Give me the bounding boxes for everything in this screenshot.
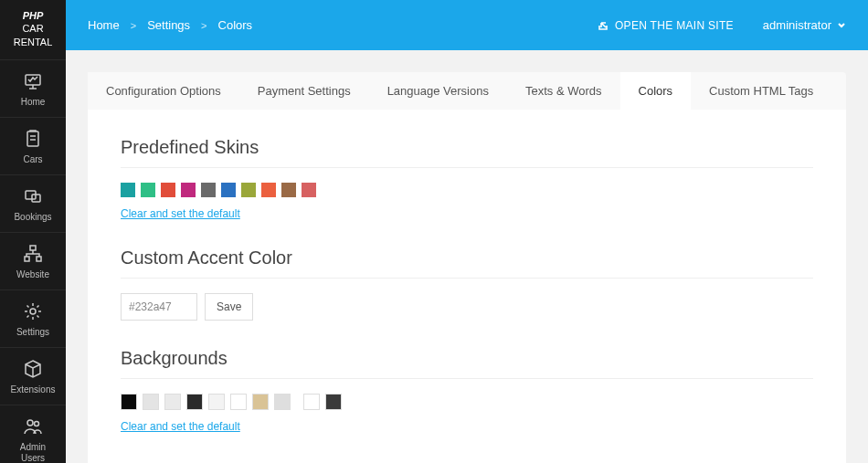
external-link-icon bbox=[598, 19, 609, 31]
breadcrumb-sep: > bbox=[201, 20, 206, 31]
bg-swatch[interactable] bbox=[164, 394, 181, 410]
tabs: Configuration Options Payment Settings L… bbox=[88, 72, 846, 110]
skin-swatch[interactable] bbox=[281, 183, 296, 197]
svg-rect-1 bbox=[27, 132, 38, 146]
breadcrumb-home[interactable]: Home bbox=[88, 18, 120, 32]
skins-swatches bbox=[121, 183, 813, 197]
save-button[interactable]: Save bbox=[205, 293, 253, 321]
skin-swatch[interactable] bbox=[302, 183, 316, 197]
breadcrumb-current: Colors bbox=[218, 18, 253, 32]
svg-point-9 bbox=[35, 421, 39, 426]
bg-swatch[interactable] bbox=[252, 394, 269, 410]
skins-reset-link[interactable]: Clear and set the default bbox=[121, 207, 240, 220]
panel: Predefined Skins Clear and bbox=[88, 110, 846, 463]
section-accent: Custom Accent Color Save bbox=[121, 247, 813, 321]
svg-rect-6 bbox=[37, 257, 41, 261]
skin-swatch[interactable] bbox=[121, 183, 135, 197]
accent-title: Custom Accent Color bbox=[121, 247, 813, 268]
content: Configuration Options Payment Settings L… bbox=[66, 50, 868, 463]
logo: PHP CAR RENTAL bbox=[0, 0, 66, 60]
screens-icon bbox=[23, 186, 43, 206]
logo-line1: PHP bbox=[4, 9, 62, 22]
open-main-site-link[interactable]: OPEN THE MAIN SITE bbox=[598, 19, 734, 32]
tab-texts-words[interactable]: Texts & Words bbox=[507, 72, 620, 110]
main: Home > Settings > Colors OPEN THE MAIN S… bbox=[66, 0, 868, 463]
nav-label: Home bbox=[21, 97, 46, 108]
skin-swatch[interactable] bbox=[221, 183, 236, 197]
tab-custom-html-tags[interactable]: Custom HTML Tags bbox=[691, 72, 831, 110]
nav-home[interactable]: Home bbox=[0, 60, 66, 118]
skin-swatch[interactable] bbox=[161, 183, 175, 197]
nav-extensions[interactable]: Extensions bbox=[0, 348, 66, 405]
backgrounds-reset-link[interactable]: Clear and set the default bbox=[121, 420, 240, 433]
tab-configuration-options[interactable]: Configuration Options bbox=[88, 72, 239, 110]
bg-swatch[interactable] bbox=[143, 394, 159, 410]
nav-website[interactable]: Website bbox=[0, 233, 66, 290]
bg-swatch[interactable] bbox=[274, 394, 291, 410]
gear-icon bbox=[23, 301, 43, 321]
svg-point-8 bbox=[27, 420, 33, 426]
breadcrumb-settings[interactable]: Settings bbox=[147, 18, 190, 32]
user-menu[interactable]: administrator bbox=[763, 18, 846, 32]
tab-colors[interactable]: Colors bbox=[620, 72, 692, 110]
svg-rect-0 bbox=[26, 75, 40, 85]
nav-label: Extensions bbox=[11, 384, 56, 395]
tab-language-versions[interactable]: Language Versions bbox=[369, 72, 507, 110]
nav-admin-users[interactable]: Admin Users bbox=[0, 405, 66, 463]
nav-label: Cars bbox=[23, 154, 42, 165]
bg-swatch[interactable] bbox=[303, 394, 320, 410]
section-backgrounds: Backgrounds Clear and set t bbox=[121, 348, 813, 433]
chevron-down-icon bbox=[837, 21, 846, 30]
nav-bookings[interactable]: Bookings bbox=[0, 175, 66, 233]
sidebar: PHP CAR RENTAL Home Cars Bookings Websit… bbox=[0, 0, 66, 463]
nav-label: Bookings bbox=[14, 212, 51, 223]
section-skins: Predefined Skins Clear and bbox=[121, 137, 813, 220]
backgrounds-title: Backgrounds bbox=[121, 348, 813, 369]
logo-line2: CAR bbox=[4, 22, 62, 35]
user-label: administrator bbox=[763, 18, 831, 32]
skin-swatch[interactable] bbox=[141, 183, 155, 197]
bg-swatch[interactable] bbox=[325, 394, 342, 410]
divider bbox=[121, 378, 813, 379]
open-site-label: OPEN THE MAIN SITE bbox=[615, 19, 734, 32]
nav-label: Website bbox=[16, 269, 49, 280]
breadcrumb: Home > Settings > Colors bbox=[88, 18, 252, 32]
logo-line3: RENTAL bbox=[4, 36, 62, 48]
bg-swatch[interactable] bbox=[186, 394, 203, 410]
bg-swatch[interactable] bbox=[121, 394, 137, 410]
sitemap-icon bbox=[23, 244, 43, 264]
nav-cars[interactable]: Cars bbox=[0, 118, 66, 175]
skin-swatch[interactable] bbox=[261, 183, 276, 197]
bg-swatch[interactable] bbox=[208, 394, 225, 410]
accent-color-input[interactable] bbox=[121, 293, 197, 321]
bg-swatch[interactable] bbox=[230, 394, 247, 410]
skin-swatch[interactable] bbox=[201, 183, 216, 197]
breadcrumb-sep: > bbox=[131, 20, 136, 31]
skins-title: Predefined Skins bbox=[121, 137, 813, 158]
users-icon bbox=[23, 416, 43, 437]
nav-label: Settings bbox=[16, 327, 49, 338]
divider bbox=[121, 167, 813, 168]
skin-swatch[interactable] bbox=[241, 183, 256, 197]
topbar: Home > Settings > Colors OPEN THE MAIN S… bbox=[66, 0, 868, 50]
clipboard-icon bbox=[23, 129, 43, 149]
cube-icon bbox=[23, 359, 43, 379]
background-swatches bbox=[121, 394, 813, 410]
nav-label: Admin Users bbox=[20, 442, 46, 463]
monitor-icon bbox=[23, 71, 43, 91]
skin-swatch[interactable] bbox=[181, 183, 196, 197]
svg-point-7 bbox=[30, 309, 36, 314]
svg-rect-5 bbox=[25, 257, 29, 261]
divider bbox=[121, 278, 813, 279]
tab-payment-settings[interactable]: Payment Settings bbox=[239, 72, 369, 110]
nav-settings[interactable]: Settings bbox=[0, 290, 66, 348]
svg-rect-4 bbox=[30, 246, 36, 250]
